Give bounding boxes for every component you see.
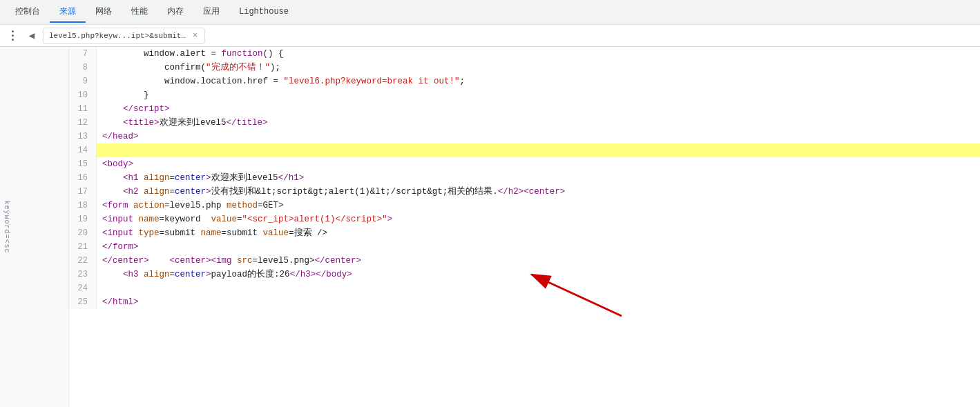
nav-tab-network[interactable]: 网络 bbox=[86, 1, 122, 23]
file-tab-url: level5.php?keyw...ipt>&submit=搜索 bbox=[49, 30, 187, 41]
line-number: 24 bbox=[69, 281, 97, 295]
table-row: 7 window.alert = function() { bbox=[69, 47, 980, 61]
nav-tab-console[interactable]: 控制台 bbox=[6, 1, 50, 23]
line-number: 19 bbox=[69, 212, 97, 226]
table-row: 9 window.location.href = "level6.php?key… bbox=[69, 75, 980, 88]
line-number: 18 bbox=[69, 199, 97, 212]
table-row: 12 <title>欢迎来到level5</title> bbox=[69, 116, 980, 130]
table-row: 14 bbox=[69, 143, 980, 157]
line-content: </head> bbox=[97, 130, 980, 143]
nav-tab-lighthouse[interactable]: Lighthouse bbox=[229, 3, 298, 22]
line-content: <input name=keyword value="<scr_ipt>aler… bbox=[97, 212, 980, 226]
file-tab-close[interactable]: × bbox=[191, 30, 199, 42]
line-number: 13 bbox=[69, 130, 97, 143]
table-row: 20<input type=submit name=submit value=搜… bbox=[69, 226, 980, 240]
secondary-bar: ◀ level5.php?keyw...ipt>&submit=搜索 × bbox=[0, 25, 980, 47]
line-content: <title>欢迎来到level5</title> bbox=[97, 116, 980, 130]
line-number: 17 bbox=[69, 185, 97, 199]
line-content: </script> bbox=[97, 102, 980, 116]
line-number: 8 bbox=[69, 61, 97, 75]
line-content: </center> <center><img src=level5.png></… bbox=[97, 254, 980, 268]
line-number: 7 bbox=[69, 47, 97, 61]
line-number: 23 bbox=[69, 268, 97, 281]
line-content: window.location.href = "level6.php?keywo… bbox=[97, 75, 980, 88]
line-content: </form> bbox=[97, 240, 980, 254]
table-row: 18<form action=level5.php method=GET> bbox=[69, 199, 980, 212]
line-number: 10 bbox=[69, 88, 97, 102]
line-content: <h2 align=center>没有找到和&lt;script&gt;aler… bbox=[97, 185, 980, 199]
table-row: 16 <h1 align=center>欢迎来到level5</h1> bbox=[69, 171, 980, 185]
code-container: keyword=<sc 7 window.alert = function() … bbox=[0, 47, 980, 407]
line-number: 12 bbox=[69, 116, 97, 130]
line-content bbox=[97, 281, 980, 295]
line-content: <h3 align=center>payload的长度:26</h3></bod… bbox=[97, 268, 980, 281]
table-row: 13</head> bbox=[69, 130, 980, 143]
more-options-button[interactable] bbox=[4, 28, 21, 44]
back-button[interactable]: ◀ bbox=[23, 28, 40, 44]
line-content bbox=[97, 143, 980, 157]
line-number: 22 bbox=[69, 254, 97, 268]
line-content: <input type=submit name=submit value=搜索 … bbox=[97, 226, 980, 240]
nav-tab-application[interactable]: 应用 bbox=[193, 1, 229, 23]
table-row: 8 confirm("完成的不错！"); bbox=[69, 61, 980, 75]
table-row: 25</html> bbox=[69, 295, 980, 309]
line-number: 9 bbox=[69, 75, 97, 88]
line-number: 15 bbox=[69, 157, 97, 171]
table-row: 11 </script> bbox=[69, 102, 980, 116]
line-number: 25 bbox=[69, 295, 97, 309]
line-number: 21 bbox=[69, 240, 97, 254]
line-content: <form action=level5.php method=GET> bbox=[97, 199, 980, 212]
line-content: window.alert = function() { bbox=[97, 47, 980, 61]
line-content: </html> bbox=[97, 295, 980, 309]
table-row: 15<body> bbox=[69, 157, 980, 171]
table-row: 10 } bbox=[69, 88, 980, 102]
table-row: 22</center> <center><img src=level5.png>… bbox=[69, 254, 980, 268]
table-row: 19<input name=keyword value="<scr_ipt>al… bbox=[69, 212, 980, 226]
file-tab[interactable]: level5.php?keyw...ipt>&submit=搜索 × bbox=[43, 28, 205, 44]
line-content: <h1 align=center>欢迎来到level5</h1> bbox=[97, 171, 980, 185]
line-number: 20 bbox=[69, 226, 97, 240]
table-row: 23 <h3 align=center>payload的长度:26</h3></… bbox=[69, 268, 980, 281]
nav-tab-sources[interactable]: 来源 bbox=[50, 1, 86, 23]
top-nav: 控制台来源网络性能内存应用Lighthouse bbox=[0, 0, 980, 25]
line-number: 16 bbox=[69, 171, 97, 185]
line-content: <body> bbox=[97, 157, 980, 171]
table-row: 21</form> bbox=[69, 240, 980, 254]
table-row: 17 <h2 align=center>没有找到和&lt;script&gt;a… bbox=[69, 185, 980, 199]
line-number: 14 bbox=[69, 143, 97, 157]
line-content: } bbox=[97, 88, 980, 102]
nav-tab-performance[interactable]: 性能 bbox=[122, 1, 157, 23]
table-row: 24 bbox=[69, 281, 980, 295]
left-sidebar: keyword=<sc bbox=[0, 47, 69, 407]
nav-tab-memory[interactable]: 内存 bbox=[157, 1, 193, 23]
line-number: 11 bbox=[69, 102, 97, 116]
line-content: confirm("完成的不错！"); bbox=[97, 61, 980, 75]
sidebar-label: keyword=<sc bbox=[3, 200, 10, 253]
code-editor[interactable]: 7 window.alert = function() {8 confirm("… bbox=[69, 47, 980, 407]
